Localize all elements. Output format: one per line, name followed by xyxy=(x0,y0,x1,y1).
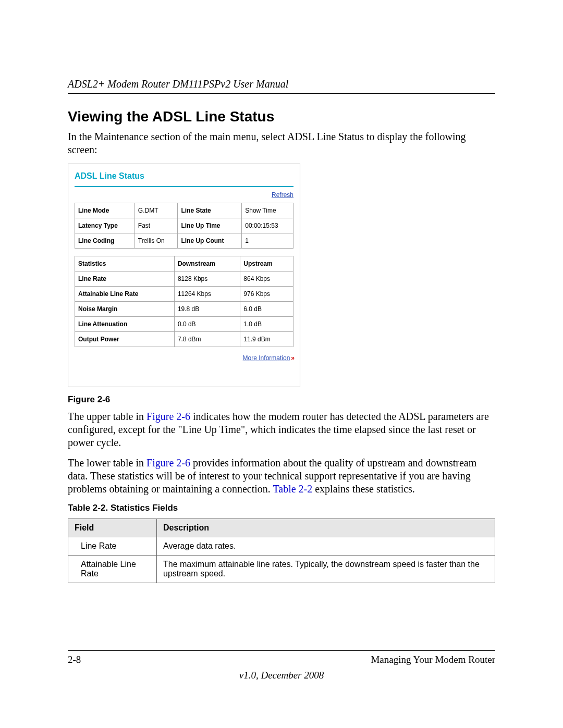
table-row: Line Coding Trellis On Line Up Count 1 xyxy=(75,233,293,249)
cell-value: 6.0 dB xyxy=(240,302,293,317)
cell-label: Line Attenuation xyxy=(75,317,175,332)
cell-description: Average data rates. xyxy=(157,537,495,556)
cell-value: 8128 Kbps xyxy=(174,272,240,287)
cell-description: The maximum attainable line rates. Typic… xyxy=(157,556,495,583)
figure-caption: Figure 2-6 xyxy=(68,394,495,405)
cell-label: Latency Type xyxy=(75,218,135,233)
cell-value: 11264 Kbps xyxy=(174,287,240,302)
panel-title: ADSL Line Status xyxy=(75,171,293,181)
cell-value: 864 Kbps xyxy=(240,272,293,287)
adsl-stats-table: Statistics Downstream Upstream Line Rate… xyxy=(75,256,293,347)
text: explains these statistics. xyxy=(312,483,415,495)
cell-label: Output Power xyxy=(75,332,175,347)
cell-value: 7.8 dBm xyxy=(174,332,240,347)
cell-header: Downstream xyxy=(174,256,240,272)
cell-field: Line Rate xyxy=(68,537,157,556)
table-row: Line Rate 8128 Kbps 864 Kbps xyxy=(75,272,293,287)
page-footer: 2-8 Managing Your Modem Router v1.0, Dec… xyxy=(68,650,495,681)
chapter-title: Managing Your Modem Router xyxy=(371,654,495,665)
cell-label: Line Up Count xyxy=(178,233,242,249)
cell-value: 976 Kbps xyxy=(240,287,293,302)
cell-label: Line Mode xyxy=(75,203,135,218)
refresh-link[interactable]: Refresh xyxy=(272,191,293,199)
body-paragraph-2: The lower table in Figure 2-6 provides i… xyxy=(68,456,495,496)
table-row: Line Mode G.DMT Line State Show Time xyxy=(75,203,293,218)
cell-value: Trellis On xyxy=(134,233,178,249)
figure-xref[interactable]: Figure 2-6 xyxy=(146,411,190,422)
cell-value: 11.9 dBm xyxy=(240,332,293,347)
running-header: ADSL2+ Modem Router DM111PSPv2 User Manu… xyxy=(68,78,495,94)
table-row: Noise Margin 19.8 dB 6.0 dB xyxy=(75,302,293,317)
col-header-field: Field xyxy=(68,519,157,537)
cell-value: 1 xyxy=(242,233,293,249)
cell-label: Noise Margin xyxy=(75,302,175,317)
cell-value: G.DMT xyxy=(134,203,178,218)
cell-value: 19.8 dB xyxy=(174,302,240,317)
cell-value: 1.0 dB xyxy=(240,317,293,332)
cell-label: Line Up Time xyxy=(178,218,242,233)
cell-header: Upstream xyxy=(240,256,293,272)
panel-divider xyxy=(75,186,293,187)
cell-value: Show Time xyxy=(242,203,293,218)
table-xref[interactable]: Table 2-2 xyxy=(273,483,312,495)
table-row: Latency Type Fast Line Up Time 00:00:15:… xyxy=(75,218,293,233)
cell-field: Attainable Line Rate xyxy=(68,556,157,583)
section-heading: Viewing the ADSL Line Status xyxy=(68,108,495,125)
cell-header: Statistics xyxy=(75,256,175,272)
page-number: 2-8 xyxy=(68,654,81,665)
table-row: Line Rate Average data rates. xyxy=(68,537,495,556)
cell-label: Line State xyxy=(178,203,242,218)
table-row: Attainable Line Rate 11264 Kbps 976 Kbps xyxy=(75,287,293,302)
intro-paragraph: In the Maintenance section of the main m… xyxy=(68,130,495,156)
table-row: Output Power 7.8 dBm 11.9 dBm xyxy=(75,332,293,347)
text: The lower table in xyxy=(68,457,146,468)
text: The upper table in xyxy=(68,411,146,422)
statistics-fields-table: Field Description Line Rate Average data… xyxy=(68,519,495,583)
table-row: Line Attenuation 0.0 dB 1.0 dB xyxy=(75,317,293,332)
table-caption: Table 2-2. Statistics Fields xyxy=(68,503,495,513)
table-row: Statistics Downstream Upstream xyxy=(75,256,293,272)
cell-label: Attainable Line Rate xyxy=(75,287,175,302)
more-information-link[interactable]: More Information xyxy=(243,354,290,362)
chevron-right-icon: » xyxy=(291,354,293,362)
col-header-description: Description xyxy=(157,519,495,537)
cell-value: 0.0 dB xyxy=(174,317,240,332)
cell-value: 00:00:15:53 xyxy=(242,218,293,233)
cell-label: Line Rate xyxy=(75,272,175,287)
adsl-status-screenshot: ADSL Line Status Refresh Line Mode G.DMT… xyxy=(68,164,300,387)
cell-label: Line Coding xyxy=(75,233,135,249)
table-row: Attainable Line Rate The maximum attaina… xyxy=(68,556,495,583)
cell-value: Fast xyxy=(134,218,178,233)
adsl-params-table: Line Mode G.DMT Line State Show Time Lat… xyxy=(75,203,293,249)
page: ADSL2+ Modem Router DM111PSPv2 User Manu… xyxy=(0,0,563,728)
table-header-row: Field Description xyxy=(68,519,495,537)
figure-xref[interactable]: Figure 2-6 xyxy=(146,457,190,468)
doc-version: v1.0, December 2008 xyxy=(68,670,495,681)
body-paragraph-1: The upper table in Figure 2-6 indicates … xyxy=(68,410,495,449)
